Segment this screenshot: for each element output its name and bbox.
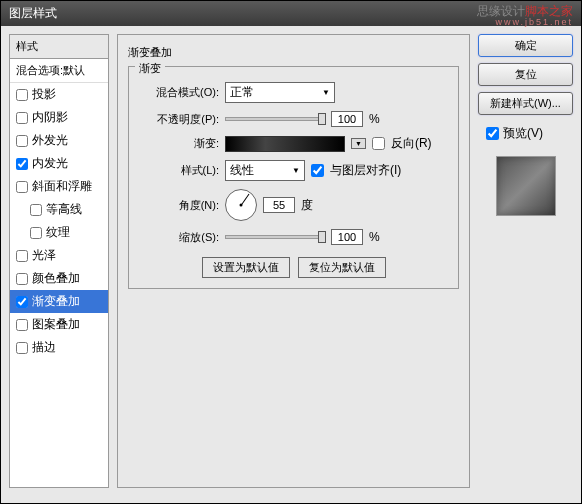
style-label: 等高线 (46, 201, 82, 218)
style-item[interactable]: 描边 (10, 336, 108, 359)
cancel-button[interactable]: 复位 (478, 63, 573, 86)
gradient-label: 渐变: (139, 136, 219, 151)
preview-checkbox[interactable] (486, 127, 499, 140)
reverse-label: 反向(R) (391, 135, 432, 152)
opacity-slider[interactable] (225, 117, 325, 121)
gradient-dropdown-icon[interactable]: ▼ (351, 138, 366, 149)
style-label: 颜色叠加 (32, 270, 80, 287)
new-style-button[interactable]: 新建样式(W)... (478, 92, 573, 115)
style-dropdown[interactable]: 线性▼ (225, 160, 305, 181)
watermark-url: www.jb51.net (495, 17, 573, 27)
style-checkbox[interactable] (16, 135, 28, 147)
scale-input[interactable] (331, 229, 363, 245)
style-checkbox[interactable] (16, 89, 28, 101)
style-checkbox[interactable] (16, 342, 28, 354)
style-item[interactable]: 投影 (10, 83, 108, 106)
panel-title: 渐变叠加 (128, 45, 459, 60)
scale-label: 缩放(S): (139, 230, 219, 245)
blend-mode-dropdown[interactable]: 正常▼ (225, 82, 335, 103)
blending-options-item[interactable]: 混合选项:默认 (10, 59, 108, 83)
style-item[interactable]: 内阴影 (10, 106, 108, 129)
action-panel: 确定 复位 新建样式(W)... 预览(V) (478, 34, 573, 488)
blend-mode-label: 混合模式(O): (139, 85, 219, 100)
style-checkbox[interactable] (16, 158, 28, 170)
style-checkbox[interactable] (16, 250, 28, 262)
style-label: 斜面和浮雕 (32, 178, 92, 195)
degree-label: 度 (301, 197, 313, 214)
style-checkbox[interactable] (16, 181, 28, 193)
style-label: 内发光 (32, 155, 68, 172)
style-checkbox[interactable] (16, 319, 28, 331)
preview-swatch (496, 156, 556, 216)
style-checkbox[interactable] (30, 227, 42, 239)
style-checkbox[interactable] (30, 204, 42, 216)
angle-input[interactable] (263, 197, 295, 213)
style-item[interactable]: 纹理 (10, 221, 108, 244)
scale-slider[interactable] (225, 235, 325, 239)
percent-label: % (369, 112, 380, 126)
opacity-input[interactable] (331, 111, 363, 127)
style-item[interactable]: 渐变叠加 (10, 290, 108, 313)
opacity-label: 不透明度(P): (139, 112, 219, 127)
gradient-picker[interactable] (225, 136, 345, 152)
style-label: 纹理 (46, 224, 70, 241)
angle-dial[interactable] (225, 189, 257, 221)
align-checkbox[interactable] (311, 164, 324, 177)
style-item[interactable]: 颜色叠加 (10, 267, 108, 290)
align-label: 与图层对齐(I) (330, 162, 401, 179)
percent-label: % (369, 230, 380, 244)
style-item[interactable]: 内发光 (10, 152, 108, 175)
style-label: 图案叠加 (32, 316, 80, 333)
style-item[interactable]: 光泽 (10, 244, 108, 267)
settings-panel: 渐变叠加 渐变 混合模式(O): 正常▼ 不透明度(P): % 渐变: ▼ (117, 34, 470, 488)
style-item[interactable]: 外发光 (10, 129, 108, 152)
make-default-button[interactable]: 设置为默认值 (202, 257, 290, 278)
layer-style-dialog: 思缘设计脚本之家 www.jb51.net 图层样式 样式 混合选项:默认 投影… (0, 0, 582, 504)
style-checkbox[interactable] (16, 273, 28, 285)
style-checkbox[interactable] (16, 296, 28, 308)
style-label: 渐变叠加 (32, 293, 80, 310)
dropdown-arrow-icon: ▼ (322, 88, 330, 97)
style-item[interactable]: 等高线 (10, 198, 108, 221)
reverse-checkbox[interactable] (372, 137, 385, 150)
preview-label: 预览(V) (503, 125, 543, 142)
style-label: 光泽 (32, 247, 56, 264)
style-label: 内阴影 (32, 109, 68, 126)
ok-button[interactable]: 确定 (478, 34, 573, 57)
styles-header: 样式 (10, 35, 108, 59)
style-label: 样式(L): (139, 163, 219, 178)
style-item[interactable]: 图案叠加 (10, 313, 108, 336)
dropdown-arrow-icon: ▼ (292, 166, 300, 175)
style-label: 描边 (32, 339, 56, 356)
angle-label: 角度(N): (139, 198, 219, 213)
style-label: 投影 (32, 86, 56, 103)
style-item[interactable]: 斜面和浮雕 (10, 175, 108, 198)
style-checkbox[interactable] (16, 112, 28, 124)
fieldset-legend: 渐变 (135, 61, 165, 76)
reset-default-button[interactable]: 复位为默认值 (298, 257, 386, 278)
style-label: 外发光 (32, 132, 68, 149)
styles-list-panel: 样式 混合选项:默认 投影内阴影外发光内发光斜面和浮雕等高线纹理光泽颜色叠加渐变… (9, 34, 109, 488)
